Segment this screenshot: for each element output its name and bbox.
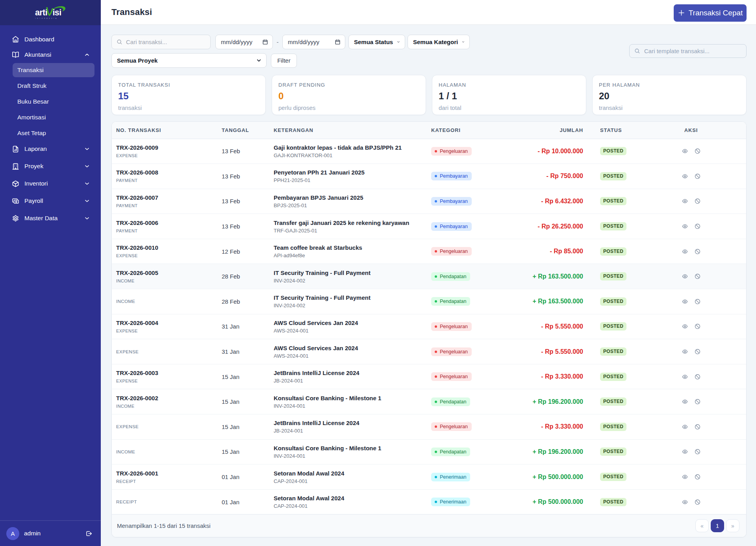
svg-text:arti: arti [35, 8, 47, 17]
svg-text:INTERMEDIA: INTERMEDIA [35, 18, 58, 19]
svg-text:isi: isi [53, 8, 61, 17]
